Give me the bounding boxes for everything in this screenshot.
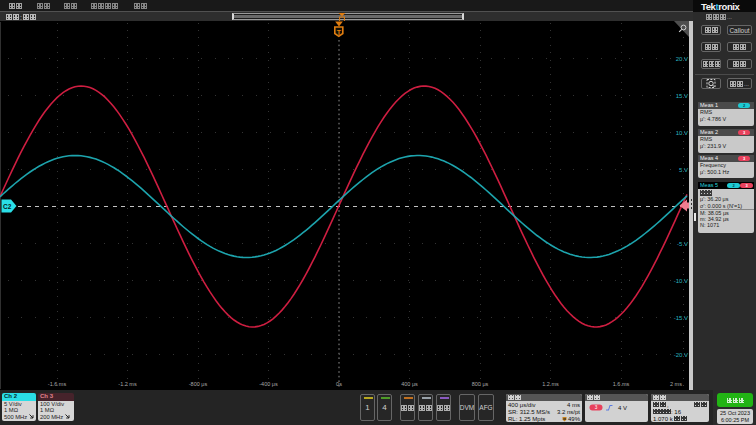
svg-text:T: T bbox=[337, 29, 342, 36]
svg-text:400 μs: 400 μs bbox=[401, 381, 418, 387]
svg-text:1.2 ms: 1.2 ms bbox=[542, 381, 559, 387]
svg-text:-1.2 ms: -1.2 ms bbox=[118, 381, 137, 387]
svg-text:15 V: 15 V bbox=[676, 93, 688, 99]
svg-text:5 V: 5 V bbox=[679, 167, 688, 173]
svg-text:3: 3 bbox=[595, 405, 598, 410]
svg-text:-15 V: -15 V bbox=[674, 315, 688, 321]
svg-text:1.6 ms: 1.6 ms bbox=[613, 381, 630, 387]
svg-text:0s: 0s bbox=[336, 381, 342, 387]
svg-text:2 ms: 2 ms bbox=[670, 381, 682, 387]
svg-text:10 V: 10 V bbox=[676, 130, 688, 136]
svg-text:-400 μs: -400 μs bbox=[259, 381, 278, 387]
svg-text:800 μs: 800 μs bbox=[472, 381, 489, 387]
svg-text:-1.6 ms: -1.6 ms bbox=[48, 381, 67, 387]
svg-text:-800 μs: -800 μs bbox=[189, 381, 208, 387]
svg-text:-5 V: -5 V bbox=[677, 241, 688, 247]
svg-text:-20 V: -20 V bbox=[674, 352, 688, 358]
svg-text:20 V: 20 V bbox=[676, 56, 688, 62]
svg-text:-10 V: -10 V bbox=[674, 278, 688, 284]
svg-text:C2: C2 bbox=[3, 203, 12, 210]
